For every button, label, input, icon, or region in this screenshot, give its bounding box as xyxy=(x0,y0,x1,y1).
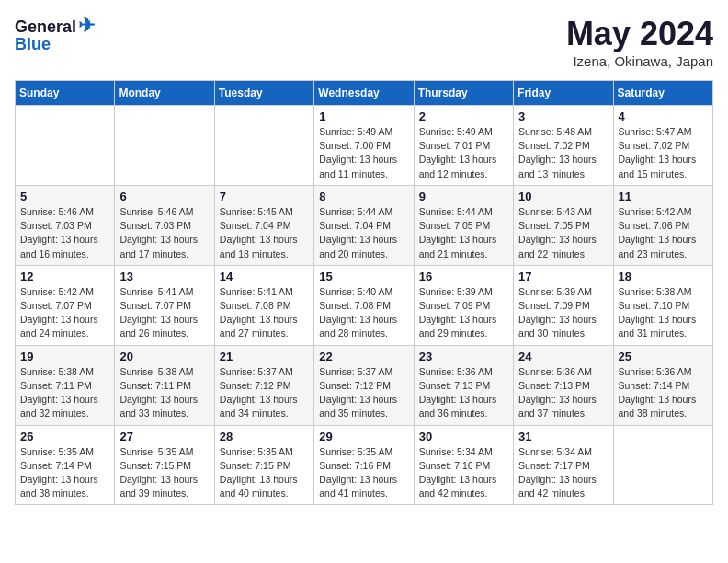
calendar-cell: 12Sunrise: 5:42 AMSunset: 7:07 PMDayligh… xyxy=(16,265,115,345)
day-number: 24 xyxy=(518,350,608,363)
calendar-cell xyxy=(115,106,214,186)
calendar-cell: 23Sunrise: 5:36 AMSunset: 7:13 PMDayligh… xyxy=(414,345,513,425)
day-info: Sunrise: 5:39 AMSunset: 7:09 PMDaylight:… xyxy=(419,285,508,341)
logo-blue-text: Blue xyxy=(15,35,51,54)
day-info: Sunrise: 5:46 AMSunset: 7:03 PMDaylight:… xyxy=(119,205,209,261)
day-info: Sunrise: 5:41 AMSunset: 7:07 PMDaylight:… xyxy=(119,285,209,341)
day-number: 12 xyxy=(20,270,109,283)
calendar-cell: 13Sunrise: 5:41 AMSunset: 7:07 PMDayligh… xyxy=(115,265,214,345)
day-number: 8 xyxy=(319,190,408,203)
calendar-cell: 2Sunrise: 5:49 AMSunset: 7:01 PMDaylight… xyxy=(414,106,513,186)
calendar-week: 12Sunrise: 5:42 AMSunset: 7:07 PMDayligh… xyxy=(16,265,713,345)
calendar-cell: 24Sunrise: 5:36 AMSunset: 7:13 PMDayligh… xyxy=(514,345,613,425)
day-number: 10 xyxy=(518,190,608,203)
day-number: 29 xyxy=(319,430,408,443)
day-number: 30 xyxy=(419,430,508,443)
calendar-cell: 28Sunrise: 5:35 AMSunset: 7:15 PMDayligh… xyxy=(214,425,313,505)
day-info: Sunrise: 5:39 AMSunset: 7:09 PMDaylight:… xyxy=(518,285,608,341)
calendar-cell xyxy=(613,425,712,505)
calendar-cell: 11Sunrise: 5:42 AMSunset: 7:06 PMDayligh… xyxy=(613,185,712,265)
day-info: Sunrise: 5:36 AMSunset: 7:13 PMDaylight:… xyxy=(518,365,608,421)
calendar-table: SundayMondayTuesdayWednesdayThursdayFrid… xyxy=(15,80,713,505)
day-info: Sunrise: 5:34 AMSunset: 7:17 PMDaylight:… xyxy=(518,445,608,501)
day-info: Sunrise: 5:45 AMSunset: 7:04 PMDaylight:… xyxy=(220,205,309,261)
calendar-cell: 26Sunrise: 5:35 AMSunset: 7:14 PMDayligh… xyxy=(16,425,115,505)
day-info: Sunrise: 5:34 AMSunset: 7:16 PMDaylight:… xyxy=(419,445,508,501)
weekday-header: Tuesday xyxy=(214,81,313,106)
calendar-body: 1Sunrise: 5:49 AMSunset: 7:00 PMDaylight… xyxy=(16,106,713,505)
calendar-cell: 10Sunrise: 5:43 AMSunset: 7:05 PMDayligh… xyxy=(514,185,613,265)
location: Izena, Okinawa, Japan xyxy=(566,53,713,69)
weekday-header: Saturday xyxy=(613,81,712,106)
day-info: Sunrise: 5:47 AMSunset: 7:02 PMDaylight:… xyxy=(619,125,708,181)
calendar-cell: 25Sunrise: 5:36 AMSunset: 7:14 PMDayligh… xyxy=(613,345,712,425)
day-info: Sunrise: 5:40 AMSunset: 7:08 PMDaylight:… xyxy=(319,285,408,341)
day-number: 23 xyxy=(419,350,508,363)
calendar-cell: 15Sunrise: 5:40 AMSunset: 7:08 PMDayligh… xyxy=(314,265,414,345)
calendar-cell: 21Sunrise: 5:37 AMSunset: 7:12 PMDayligh… xyxy=(214,345,313,425)
day-number: 3 xyxy=(518,109,608,123)
day-number: 7 xyxy=(220,190,309,203)
day-number: 19 xyxy=(20,350,109,363)
day-info: Sunrise: 5:44 AMSunset: 7:04 PMDaylight:… xyxy=(319,205,408,261)
day-info: Sunrise: 5:35 AMSunset: 7:15 PMDaylight:… xyxy=(119,445,209,501)
calendar-cell: 4Sunrise: 5:47 AMSunset: 7:02 PMDaylight… xyxy=(613,106,712,186)
day-number: 21 xyxy=(220,350,309,363)
day-number: 26 xyxy=(20,430,109,443)
logo: General✈ Blue xyxy=(15,15,95,54)
calendar-cell: 7Sunrise: 5:45 AMSunset: 7:04 PMDaylight… xyxy=(214,185,313,265)
weekday-header: Thursday xyxy=(414,81,513,106)
calendar-cell: 29Sunrise: 5:35 AMSunset: 7:16 PMDayligh… xyxy=(314,425,414,505)
calendar-cell: 30Sunrise: 5:34 AMSunset: 7:16 PMDayligh… xyxy=(414,425,513,505)
day-number: 18 xyxy=(619,270,708,283)
month-title: May 2024 xyxy=(566,15,713,53)
calendar-cell: 27Sunrise: 5:35 AMSunset: 7:15 PMDayligh… xyxy=(115,425,214,505)
day-info: Sunrise: 5:41 AMSunset: 7:08 PMDaylight:… xyxy=(220,285,309,341)
day-info: Sunrise: 5:49 AMSunset: 7:00 PMDaylight:… xyxy=(319,125,408,181)
weekday-header: Monday xyxy=(115,81,214,106)
day-info: Sunrise: 5:37 AMSunset: 7:12 PMDaylight:… xyxy=(319,365,408,421)
day-number: 27 xyxy=(119,430,209,443)
day-info: Sunrise: 5:35 AMSunset: 7:14 PMDaylight:… xyxy=(20,445,109,501)
day-info: Sunrise: 5:42 AMSunset: 7:07 PMDaylight:… xyxy=(20,285,109,341)
day-number: 15 xyxy=(319,270,408,283)
calendar-cell xyxy=(214,106,313,186)
day-info: Sunrise: 5:38 AMSunset: 7:11 PMDaylight:… xyxy=(119,365,209,421)
title-block: May 2024 Izena, Okinawa, Japan xyxy=(566,15,713,69)
day-info: Sunrise: 5:44 AMSunset: 7:05 PMDaylight:… xyxy=(419,205,508,261)
day-number: 22 xyxy=(319,350,408,363)
calendar-cell: 18Sunrise: 5:38 AMSunset: 7:10 PMDayligh… xyxy=(613,265,712,345)
calendar-cell: 19Sunrise: 5:38 AMSunset: 7:11 PMDayligh… xyxy=(16,345,115,425)
day-info: Sunrise: 5:36 AMSunset: 7:14 PMDaylight:… xyxy=(619,365,708,421)
day-info: Sunrise: 5:46 AMSunset: 7:03 PMDaylight:… xyxy=(20,205,109,261)
day-info: Sunrise: 5:36 AMSunset: 7:13 PMDaylight:… xyxy=(419,365,508,421)
logo-text: General✈ xyxy=(15,15,95,37)
calendar-cell: 8Sunrise: 5:44 AMSunset: 7:04 PMDaylight… xyxy=(314,185,414,265)
calendar-header: SundayMondayTuesdayWednesdayThursdayFrid… xyxy=(16,81,713,106)
day-number: 17 xyxy=(518,270,608,283)
day-number: 9 xyxy=(419,190,508,203)
day-number: 14 xyxy=(220,270,309,283)
day-info: Sunrise: 5:48 AMSunset: 7:02 PMDaylight:… xyxy=(518,125,608,181)
day-info: Sunrise: 5:37 AMSunset: 7:12 PMDaylight:… xyxy=(220,365,309,421)
day-info: Sunrise: 5:49 AMSunset: 7:01 PMDaylight:… xyxy=(419,125,508,181)
calendar-cell: 20Sunrise: 5:38 AMSunset: 7:11 PMDayligh… xyxy=(115,345,214,425)
day-number: 4 xyxy=(619,109,708,123)
calendar-cell: 17Sunrise: 5:39 AMSunset: 7:09 PMDayligh… xyxy=(514,265,613,345)
day-number: 16 xyxy=(419,270,508,283)
day-number: 20 xyxy=(119,350,209,363)
weekday-header: Sunday xyxy=(16,81,115,106)
calendar-cell: 3Sunrise: 5:48 AMSunset: 7:02 PMDaylight… xyxy=(514,106,613,186)
calendar-cell: 6Sunrise: 5:46 AMSunset: 7:03 PMDaylight… xyxy=(115,185,214,265)
day-info: Sunrise: 5:38 AMSunset: 7:11 PMDaylight:… xyxy=(20,365,109,421)
day-number: 28 xyxy=(220,430,309,443)
weekday-header: Friday xyxy=(514,81,613,106)
calendar-cell: 1Sunrise: 5:49 AMSunset: 7:00 PMDaylight… xyxy=(314,106,414,186)
day-number: 11 xyxy=(619,190,708,203)
calendar-cell xyxy=(16,106,115,186)
calendar-cell: 22Sunrise: 5:37 AMSunset: 7:12 PMDayligh… xyxy=(314,345,414,425)
day-info: Sunrise: 5:43 AMSunset: 7:05 PMDaylight:… xyxy=(518,205,608,261)
calendar-week: 5Sunrise: 5:46 AMSunset: 7:03 PMDaylight… xyxy=(16,185,713,265)
calendar-week: 26Sunrise: 5:35 AMSunset: 7:14 PMDayligh… xyxy=(16,425,713,505)
day-number: 1 xyxy=(319,109,408,123)
